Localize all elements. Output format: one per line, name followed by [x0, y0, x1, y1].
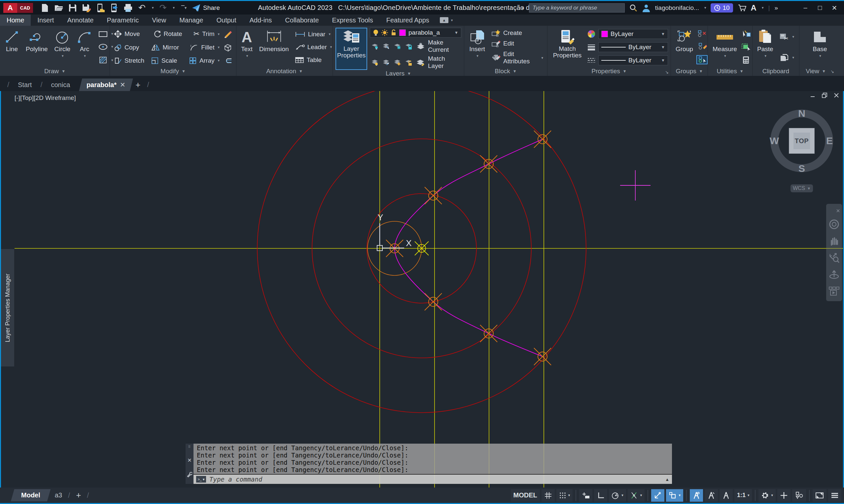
new-file-icon[interactable] — [40, 3, 50, 13]
viewcube[interactable]: N W E S TOP — [770, 109, 833, 172]
autocad-logo[interactable]: ACAD — [3, 3, 33, 13]
move-button[interactable]: Move — [113, 29, 151, 39]
insert-caret-icon[interactable]: ▾ — [477, 52, 479, 59]
lineweight-dropdown[interactable]: ByLayer ▼ — [598, 42, 668, 52]
trim-button[interactable]: ✂Trim▾ — [192, 29, 221, 39]
panel-label-utilities[interactable]: Utilities▼ — [708, 67, 752, 76]
autoscale-toggle[interactable] — [705, 489, 718, 502]
command-history[interactable]: Enter next point or [end Tangency/toLera… — [193, 444, 672, 474]
scale-button[interactable]: Scale — [150, 56, 186, 65]
panel-label-properties[interactable]: Properties▼ — [548, 67, 671, 76]
circle-button[interactable]: Circle ▾ — [52, 28, 73, 67]
quick-calculator-icon[interactable] — [741, 56, 751, 64]
pan-hand-icon[interactable] — [829, 236, 839, 246]
viewcube-east[interactable]: E — [826, 135, 833, 146]
layer-unisolate-icon[interactable] — [382, 59, 390, 66]
workspace-switching-button[interactable]: ▾ — [758, 489, 776, 502]
match-layer-icon[interactable] — [416, 59, 425, 66]
command-prompt-icon[interactable]: >_ ▾ — [196, 476, 206, 483]
text-caret-icon[interactable]: ▾ — [246, 52, 248, 59]
vp-minimize-icon[interactable] — [810, 92, 815, 98]
panel-label-view[interactable]: View▼↘ — [799, 67, 840, 76]
command-drag-grip[interactable]: ⠿ — [188, 445, 191, 449]
leader-button[interactable]: Leader▾ — [294, 43, 333, 51]
panel-label-annotation[interactable]: Annotation▼ — [237, 67, 332, 76]
annotation-visibility-toggle[interactable] — [690, 489, 703, 502]
undo-icon[interactable]: ↶ — [137, 3, 147, 13]
copy-clip-button[interactable]: ▾ — [778, 53, 796, 62]
group-selection-toggle[interactable] — [696, 55, 708, 64]
stretch-button[interactable]: Stretch — [113, 56, 148, 65]
base-caret-icon[interactable]: ▾ — [819, 52, 821, 59]
tab-annotate[interactable]: Annotate — [61, 15, 100, 26]
command-input[interactable]: >_ ▾ Type a command ▲ — [193, 474, 672, 484]
command-close-icon[interactable]: ✕ — [187, 457, 191, 464]
drawing-area[interactable]: YX [-][Top][2D Wireframe] N W E S TOP WC… — [0, 91, 844, 487]
linetype-dropdown[interactable]: ByLayer ▼ — [598, 55, 668, 65]
rotate-button[interactable]: Rotate — [152, 29, 191, 39]
viewcube-south[interactable]: S — [798, 163, 805, 174]
save-to-web-mobile-icon[interactable] — [110, 3, 119, 13]
undo-caret-icon[interactable]: ▾ — [152, 6, 154, 10]
user-name[interactable]: tiagobonifacio... — [655, 4, 699, 12]
command-window[interactable]: ⠿ ✕ Enter next point or [end Tangency/to… — [186, 444, 672, 484]
layer-dropdown[interactable]: parabola_a ▼ — [370, 28, 461, 38]
base-button[interactable]: Base ▾ — [810, 28, 830, 67]
search-icon[interactable] — [630, 4, 637, 12]
object-snap-tracking-toggle[interactable] — [651, 489, 665, 502]
wcs-dropdown[interactable]: WCS▼ — [791, 184, 813, 192]
erase-button[interactable] — [222, 29, 234, 39]
properties-expander-icon[interactable]: ↘ — [665, 70, 669, 74]
viewport-controls-label[interactable]: [-][Top][2D Wireframe] — [15, 94, 76, 102]
layer-on-row-icon[interactable] — [371, 59, 379, 66]
new-drawing-tab-button[interactable]: + — [132, 78, 144, 91]
tab-parametric[interactable]: Parametric — [100, 15, 145, 26]
explode-button[interactable] — [222, 43, 234, 52]
match-properties-button[interactable]: Match Properties — [550, 28, 584, 67]
text-button[interactable]: A Text ▾ — [239, 28, 255, 67]
autodesk-caret-icon[interactable]: ▾ — [762, 6, 764, 10]
measure-button[interactable]: Measure ▾ — [711, 28, 739, 67]
tab-insert[interactable]: Insert — [31, 15, 61, 26]
model-space-tab[interactable]: Model — [11, 489, 51, 501]
layer-properties-manager-tab[interactable]: Layer Properties Manager — [1, 249, 14, 366]
edit-attributes-button[interactable]: Edit Attributes▾ — [490, 50, 545, 65]
object-color-dropdown[interactable]: ByLayer ▼ — [598, 29, 668, 39]
tab-featured-apps[interactable]: Featured Apps — [380, 15, 436, 26]
open-folder-icon[interactable] — [54, 3, 64, 13]
tab-add-ins[interactable]: Add-ins — [243, 15, 279, 26]
isometric-drafting-toggle[interactable]: ▾ — [628, 489, 645, 502]
edit-block-button[interactable]: Edit — [490, 40, 545, 48]
paste-button[interactable]: Paste ▾ — [755, 28, 775, 67]
user-avatar-icon[interactable] — [642, 4, 651, 12]
arc-caret-icon[interactable]: ▾ — [84, 52, 86, 59]
tab-express-tools[interactable]: Express Tools — [326, 15, 380, 26]
save-icon[interactable] — [68, 3, 77, 13]
close-tab-icon[interactable]: ✕ — [120, 81, 125, 89]
orbit-icon[interactable] — [828, 269, 840, 281]
line-button[interactable]: Line — [3, 28, 21, 67]
insert-button[interactable]: Insert ▾ — [467, 28, 487, 67]
group-edit-icon[interactable] — [696, 42, 708, 50]
paste-caret-icon[interactable]: ▾ — [765, 52, 767, 59]
command-history-up-icon[interactable]: ▲ — [665, 477, 669, 482]
panel-label-block[interactable]: Block▼ — [464, 67, 547, 76]
panel-label-modify[interactable]: Modify▼ — [110, 67, 236, 76]
dimension-button[interactable]: Dimension — [257, 28, 291, 67]
viewcube-west[interactable]: W — [770, 135, 779, 146]
layout-tab-a3[interactable]: a3 — [49, 489, 68, 501]
table-button[interactable]: Table — [294, 56, 333, 64]
polar-tracking-toggle[interactable]: ▾ — [609, 489, 626, 502]
object-snap-toggle[interactable]: ▾ — [666, 489, 683, 502]
showmotion-icon[interactable] — [828, 286, 840, 296]
ortho-toggle[interactable] — [594, 489, 607, 502]
trial-counter-badge[interactable]: 10 — [711, 3, 733, 13]
panel-label-clipboard[interactable]: Clipboard — [753, 67, 799, 76]
layer-dropdown-caret-icon[interactable]: ▼ — [454, 30, 458, 35]
layer-lock-icon[interactable] — [405, 43, 413, 50]
close-button[interactable]: ✕ — [829, 4, 839, 12]
layer-isolate-icon[interactable] — [382, 43, 390, 50]
create-block-button[interactable]: Create — [490, 29, 545, 37]
customization-button[interactable] — [828, 489, 841, 502]
circle-caret-icon[interactable]: ▾ — [62, 52, 64, 59]
